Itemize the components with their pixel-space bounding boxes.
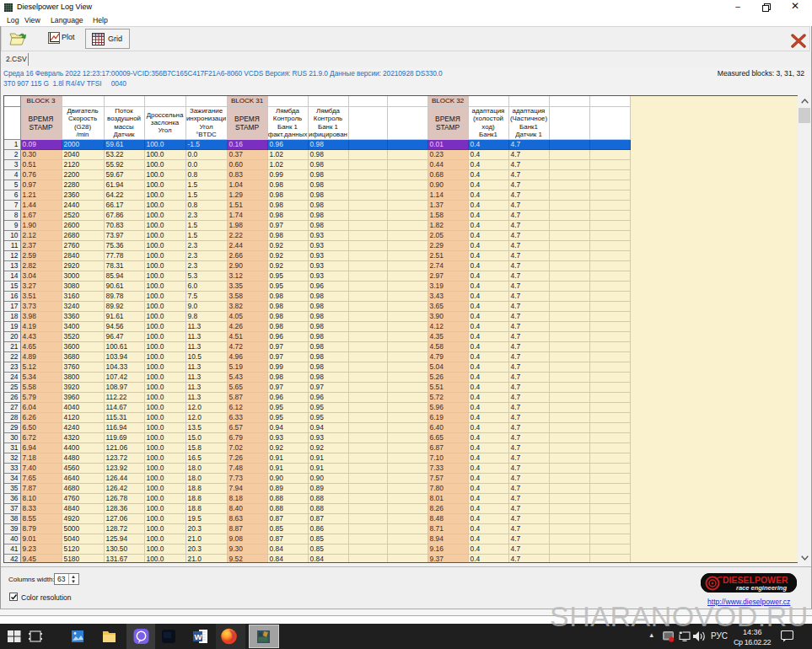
svg-text:race engineering: race engineering — [736, 584, 787, 592]
svg-text:W: W — [195, 632, 202, 641]
